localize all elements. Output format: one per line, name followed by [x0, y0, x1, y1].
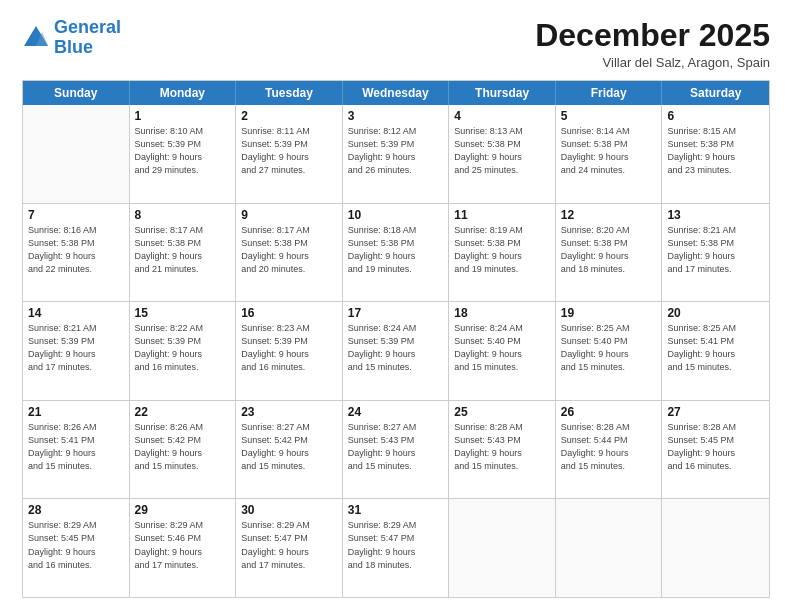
day-info: Sunrise: 8:13 AM Sunset: 5:38 PM Dayligh… [454, 125, 550, 177]
day-info: Sunrise: 8:24 AM Sunset: 5:40 PM Dayligh… [454, 322, 550, 374]
location: Villar del Salz, Aragon, Spain [535, 55, 770, 70]
day-number: 23 [241, 405, 337, 419]
day-number: 13 [667, 208, 764, 222]
day-number: 30 [241, 503, 337, 517]
day-number: 25 [454, 405, 550, 419]
day-number: 31 [348, 503, 444, 517]
day-number: 3 [348, 109, 444, 123]
calendar: SundayMondayTuesdayWednesdayThursdayFrid… [22, 80, 770, 598]
day-info: Sunrise: 8:12 AM Sunset: 5:39 PM Dayligh… [348, 125, 444, 177]
day-info: Sunrise: 8:28 AM Sunset: 5:44 PM Dayligh… [561, 421, 657, 473]
day-number: 1 [135, 109, 231, 123]
calendar-cell: 26Sunrise: 8:28 AM Sunset: 5:44 PM Dayli… [556, 401, 663, 499]
day-info: Sunrise: 8:29 AM Sunset: 5:47 PM Dayligh… [241, 519, 337, 571]
day-number: 9 [241, 208, 337, 222]
day-info: Sunrise: 8:17 AM Sunset: 5:38 PM Dayligh… [241, 224, 337, 276]
calendar-cell [449, 499, 556, 597]
calendar-cell: 12Sunrise: 8:20 AM Sunset: 5:38 PM Dayli… [556, 204, 663, 302]
calendar-cell: 9Sunrise: 8:17 AM Sunset: 5:38 PM Daylig… [236, 204, 343, 302]
day-info: Sunrise: 8:21 AM Sunset: 5:39 PM Dayligh… [28, 322, 124, 374]
calendar-cell: 16Sunrise: 8:23 AM Sunset: 5:39 PM Dayli… [236, 302, 343, 400]
day-number: 5 [561, 109, 657, 123]
title-block: December 2025 Villar del Salz, Aragon, S… [535, 18, 770, 70]
logo: General Blue [22, 18, 121, 58]
day-info: Sunrise: 8:15 AM Sunset: 5:38 PM Dayligh… [667, 125, 764, 177]
day-info: Sunrise: 8:25 AM Sunset: 5:41 PM Dayligh… [667, 322, 764, 374]
day-number: 16 [241, 306, 337, 320]
calendar-cell: 30Sunrise: 8:29 AM Sunset: 5:47 PM Dayli… [236, 499, 343, 597]
calendar-cell: 14Sunrise: 8:21 AM Sunset: 5:39 PM Dayli… [23, 302, 130, 400]
calendar-cell: 21Sunrise: 8:26 AM Sunset: 5:41 PM Dayli… [23, 401, 130, 499]
day-info: Sunrise: 8:29 AM Sunset: 5:45 PM Dayligh… [28, 519, 124, 571]
calendar-cell: 2Sunrise: 8:11 AM Sunset: 5:39 PM Daylig… [236, 105, 343, 203]
calendar-row-5: 28Sunrise: 8:29 AM Sunset: 5:45 PM Dayli… [23, 498, 769, 597]
calendar-cell: 3Sunrise: 8:12 AM Sunset: 5:39 PM Daylig… [343, 105, 450, 203]
day-info: Sunrise: 8:29 AM Sunset: 5:46 PM Dayligh… [135, 519, 231, 571]
calendar-cell: 15Sunrise: 8:22 AM Sunset: 5:39 PM Dayli… [130, 302, 237, 400]
calendar-cell: 17Sunrise: 8:24 AM Sunset: 5:39 PM Dayli… [343, 302, 450, 400]
day-info: Sunrise: 8:10 AM Sunset: 5:39 PM Dayligh… [135, 125, 231, 177]
page: General Blue December 2025 Villar del Sa… [0, 0, 792, 612]
day-info: Sunrise: 8:29 AM Sunset: 5:47 PM Dayligh… [348, 519, 444, 571]
logo-icon [22, 24, 50, 52]
calendar-cell: 23Sunrise: 8:27 AM Sunset: 5:42 PM Dayli… [236, 401, 343, 499]
day-number: 20 [667, 306, 764, 320]
calendar-cell: 8Sunrise: 8:17 AM Sunset: 5:38 PM Daylig… [130, 204, 237, 302]
calendar-cell: 28Sunrise: 8:29 AM Sunset: 5:45 PM Dayli… [23, 499, 130, 597]
calendar-cell: 4Sunrise: 8:13 AM Sunset: 5:38 PM Daylig… [449, 105, 556, 203]
header-day-friday: Friday [556, 81, 663, 105]
day-number: 8 [135, 208, 231, 222]
day-info: Sunrise: 8:23 AM Sunset: 5:39 PM Dayligh… [241, 322, 337, 374]
calendar-row-3: 14Sunrise: 8:21 AM Sunset: 5:39 PM Dayli… [23, 301, 769, 400]
day-number: 26 [561, 405, 657, 419]
calendar-cell: 11Sunrise: 8:19 AM Sunset: 5:38 PM Dayli… [449, 204, 556, 302]
calendar-cell [662, 499, 769, 597]
day-info: Sunrise: 8:17 AM Sunset: 5:38 PM Dayligh… [135, 224, 231, 276]
calendar-cell: 1Sunrise: 8:10 AM Sunset: 5:39 PM Daylig… [130, 105, 237, 203]
day-info: Sunrise: 8:22 AM Sunset: 5:39 PM Dayligh… [135, 322, 231, 374]
calendar-header: SundayMondayTuesdayWednesdayThursdayFrid… [23, 81, 769, 105]
calendar-cell: 20Sunrise: 8:25 AM Sunset: 5:41 PM Dayli… [662, 302, 769, 400]
day-info: Sunrise: 8:27 AM Sunset: 5:42 PM Dayligh… [241, 421, 337, 473]
header-day-tuesday: Tuesday [236, 81, 343, 105]
day-number: 14 [28, 306, 124, 320]
day-info: Sunrise: 8:24 AM Sunset: 5:39 PM Dayligh… [348, 322, 444, 374]
calendar-cell: 10Sunrise: 8:18 AM Sunset: 5:38 PM Dayli… [343, 204, 450, 302]
calendar-cell: 27Sunrise: 8:28 AM Sunset: 5:45 PM Dayli… [662, 401, 769, 499]
day-number: 19 [561, 306, 657, 320]
day-info: Sunrise: 8:18 AM Sunset: 5:38 PM Dayligh… [348, 224, 444, 276]
calendar-cell: 5Sunrise: 8:14 AM Sunset: 5:38 PM Daylig… [556, 105, 663, 203]
day-info: Sunrise: 8:19 AM Sunset: 5:38 PM Dayligh… [454, 224, 550, 276]
day-number: 22 [135, 405, 231, 419]
calendar-cell: 22Sunrise: 8:26 AM Sunset: 5:42 PM Dayli… [130, 401, 237, 499]
calendar-cell: 19Sunrise: 8:25 AM Sunset: 5:40 PM Dayli… [556, 302, 663, 400]
day-number: 7 [28, 208, 124, 222]
day-number: 2 [241, 109, 337, 123]
calendar-row-1: 1Sunrise: 8:10 AM Sunset: 5:39 PM Daylig… [23, 105, 769, 203]
calendar-cell: 6Sunrise: 8:15 AM Sunset: 5:38 PM Daylig… [662, 105, 769, 203]
day-number: 10 [348, 208, 444, 222]
calendar-cell: 18Sunrise: 8:24 AM Sunset: 5:40 PM Dayli… [449, 302, 556, 400]
day-info: Sunrise: 8:27 AM Sunset: 5:43 PM Dayligh… [348, 421, 444, 473]
calendar-cell: 31Sunrise: 8:29 AM Sunset: 5:47 PM Dayli… [343, 499, 450, 597]
header-day-monday: Monday [130, 81, 237, 105]
calendar-row-4: 21Sunrise: 8:26 AM Sunset: 5:41 PM Dayli… [23, 400, 769, 499]
day-number: 12 [561, 208, 657, 222]
day-info: Sunrise: 8:28 AM Sunset: 5:45 PM Dayligh… [667, 421, 764, 473]
day-info: Sunrise: 8:11 AM Sunset: 5:39 PM Dayligh… [241, 125, 337, 177]
day-info: Sunrise: 8:21 AM Sunset: 5:38 PM Dayligh… [667, 224, 764, 276]
day-number: 4 [454, 109, 550, 123]
header-day-sunday: Sunday [23, 81, 130, 105]
day-number: 11 [454, 208, 550, 222]
day-number: 15 [135, 306, 231, 320]
calendar-body: 1Sunrise: 8:10 AM Sunset: 5:39 PM Daylig… [23, 105, 769, 597]
day-number: 24 [348, 405, 444, 419]
day-number: 17 [348, 306, 444, 320]
calendar-cell: 7Sunrise: 8:16 AM Sunset: 5:38 PM Daylig… [23, 204, 130, 302]
calendar-cell [556, 499, 663, 597]
day-info: Sunrise: 8:20 AM Sunset: 5:38 PM Dayligh… [561, 224, 657, 276]
calendar-cell: 13Sunrise: 8:21 AM Sunset: 5:38 PM Dayli… [662, 204, 769, 302]
day-number: 29 [135, 503, 231, 517]
day-info: Sunrise: 8:26 AM Sunset: 5:42 PM Dayligh… [135, 421, 231, 473]
header-day-wednesday: Wednesday [343, 81, 450, 105]
